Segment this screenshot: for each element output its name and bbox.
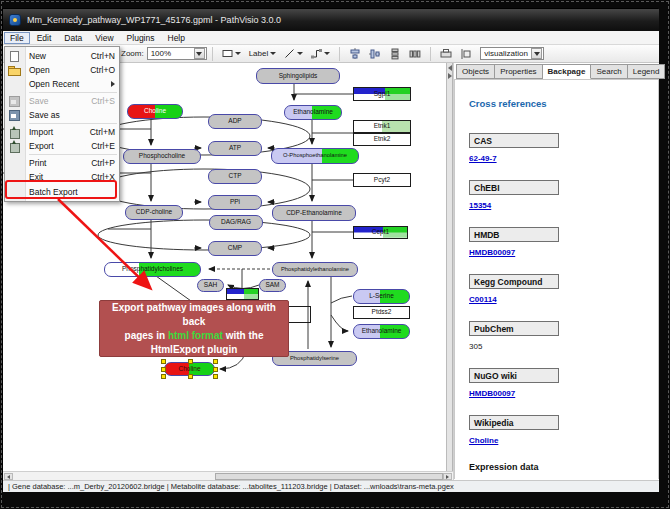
common-size-button[interactable] xyxy=(437,46,455,62)
file-menu-item-save-as[interactable]: Save as xyxy=(5,108,119,122)
file-menu-shortcut: Ctrl+P xyxy=(91,158,115,168)
connector-tool-button[interactable] xyxy=(308,46,333,62)
menubar-item-plugins[interactable]: Plugins xyxy=(121,32,161,44)
visualization-dropdown-icon[interactable] xyxy=(531,48,542,59)
file-menu-item-label: Save xyxy=(29,96,48,106)
file-menu-shortcut: Ctrl+O xyxy=(90,65,115,75)
menubar-item-file[interactable]: File xyxy=(4,32,30,44)
file-menu-item-open-recent[interactable]: Open Recent xyxy=(5,77,119,91)
align-horizontal-center-button[interactable] xyxy=(346,46,364,62)
node-cmp[interactable]: CMP xyxy=(208,241,262,256)
menubar-item-help[interactable]: Help xyxy=(162,32,191,44)
crossref-link[interactable]: 15354 xyxy=(469,201,491,210)
crossref-value[interactable]: Choline xyxy=(469,436,658,448)
zoom-dropdown-icon[interactable] xyxy=(194,48,205,59)
file-menu-item-export[interactable]: ExportCtrl+E xyxy=(5,139,119,153)
crossref-header: NuGO wiki xyxy=(469,368,559,383)
node-etnk1[interactable]: Etnk1 xyxy=(353,120,411,133)
tab-legend[interactable]: Legend xyxy=(628,64,666,79)
node-sam[interactable]: SAM xyxy=(259,279,286,292)
node-dag-rag[interactable]: DAG/RAG xyxy=(209,215,263,230)
file-menu-item-save[interactable]: SaveCtrl+S xyxy=(5,94,119,108)
file-menu-item-open[interactable]: OpenCtrl+O xyxy=(5,63,119,77)
node-o-phosphoethanolamine[interactable]: O-Phosphoethanolamine xyxy=(271,148,359,164)
selection-handle[interactable] xyxy=(188,374,193,379)
node-l-serine[interactable]: L-Serine xyxy=(353,289,410,304)
file-menu-item-batch-export[interactable]: Batch Export xyxy=(5,184,119,199)
scroll-right-button[interactable] xyxy=(443,473,452,480)
selection-handle[interactable] xyxy=(188,359,193,364)
file-menu-item-print[interactable]: PrintCtrl+P xyxy=(5,156,119,170)
scroll-left-icon xyxy=(7,475,10,479)
node-cept1[interactable]: Cept1 xyxy=(353,226,408,239)
file-menu-item-label: Export xyxy=(29,141,54,151)
scrollbar-thumb[interactable] xyxy=(215,473,443,480)
file-menu-item-new[interactable]: NewCtrl+N xyxy=(5,49,119,63)
save-icon xyxy=(8,95,21,107)
selection-handle[interactable] xyxy=(161,367,166,372)
import-icon xyxy=(8,126,21,138)
selection-handle[interactable] xyxy=(213,359,218,364)
stack-horizontal-button[interactable] xyxy=(406,46,424,62)
splitter-collapse-left-icon[interactable] xyxy=(448,65,452,71)
file-menu-item-import[interactable]: ImportCtrl+M xyxy=(5,125,119,139)
node-phosphocholine[interactable]: Phosphocholine xyxy=(123,149,201,164)
selection-handle[interactable] xyxy=(161,374,166,379)
crossref-link[interactable]: Choline xyxy=(469,436,498,445)
node-adp[interactable]: ADP xyxy=(208,114,262,129)
datanode-tool-button[interactable] xyxy=(219,46,244,62)
menubar-item-edit[interactable]: Edit xyxy=(31,32,58,44)
selection-handle[interactable] xyxy=(161,359,166,364)
crossref-link[interactable]: HMDB00097 xyxy=(469,248,515,257)
zoom-combobox[interactable]: 100% xyxy=(147,47,207,60)
menubar-item-view[interactable]: View xyxy=(89,32,119,44)
crossref-link[interactable]: HMDB00097 xyxy=(469,389,515,398)
node-sgpl1[interactable]: Sgpl1 xyxy=(353,87,411,101)
node-choline-top[interactable]: Choline xyxy=(127,104,183,119)
visualization-combobox[interactable]: visualization xyxy=(480,47,544,60)
node-pcyt2[interactable]: Pcyt2 xyxy=(353,173,411,187)
crossref-value[interactable]: HMDB00097 xyxy=(469,248,658,260)
node-ethanolamine-top[interactable]: Ethanolamine xyxy=(284,105,342,120)
line-tool-button[interactable] xyxy=(281,46,306,62)
node-pemt[interactable] xyxy=(226,288,259,300)
file-menu-item-exit[interactable]: ExitCtrl+X xyxy=(5,170,119,184)
splitter-collapse-right-icon[interactable] xyxy=(448,73,452,79)
selection-mode-button[interactable] xyxy=(457,46,475,62)
node-phosphatidylcholines[interactable]: Phosphatidylcholines xyxy=(104,262,201,277)
node-ctp[interactable]: CTP xyxy=(208,169,262,184)
label-tool-button[interactable]: Label xyxy=(246,46,280,62)
crossref-value[interactable]: 62-49-7 xyxy=(469,154,658,166)
scroll-left-button[interactable] xyxy=(4,473,13,480)
tab-properties[interactable]: Properties xyxy=(495,64,542,79)
selection-handle[interactable] xyxy=(213,367,218,372)
node-etnk2[interactable]: Etnk2 xyxy=(353,133,411,146)
node-ptdss2[interactable]: Ptdss2 xyxy=(353,306,410,319)
node-cdp-ethanolamine[interactable]: CDP-Ethanolamine xyxy=(272,205,356,221)
horizontal-scrollbar[interactable] xyxy=(3,471,453,480)
tab-backpage[interactable]: Backpage xyxy=(543,64,592,79)
crossref-value[interactable]: HMDB00097 xyxy=(469,389,658,401)
selection-handle[interactable] xyxy=(213,374,218,379)
node-cdp-choline[interactable]: CDP-choline xyxy=(125,205,183,220)
crossref-link[interactable]: C00114 xyxy=(469,295,497,304)
crossref-value[interactable]: 15354 xyxy=(469,201,658,213)
tab-objects[interactable]: Objects xyxy=(456,64,495,79)
menubar-item-data[interactable]: Data xyxy=(58,32,88,44)
stack-horizontal-icon xyxy=(409,48,421,60)
file-menu-shortcut: Ctrl+X xyxy=(91,172,115,182)
node-atp[interactable]: ATP xyxy=(208,141,262,156)
crossref-value[interactable]: C00114 xyxy=(469,295,658,307)
node-ppi[interactable]: PPi xyxy=(208,195,262,210)
node-ethanolamine-bottom[interactable]: Ethanolamine xyxy=(353,324,410,339)
scroll-right-icon xyxy=(446,475,449,479)
expression-data-heading: Expression data xyxy=(469,462,658,472)
tab-search[interactable]: Search xyxy=(591,64,627,79)
node-phosphatidylethanolamine[interactable]: Phosphatidylethanolamine xyxy=(272,262,358,277)
align-vertical-center-button[interactable] xyxy=(366,46,384,62)
crossref-link[interactable]: 62-49-7 xyxy=(469,154,497,163)
node-sphingolipids[interactable]: Sphingolipids xyxy=(256,68,340,84)
node-sah[interactable]: SAH xyxy=(197,279,224,292)
file-menu-item-label: Print xyxy=(29,158,46,168)
stack-vertical-button[interactable] xyxy=(386,46,404,62)
